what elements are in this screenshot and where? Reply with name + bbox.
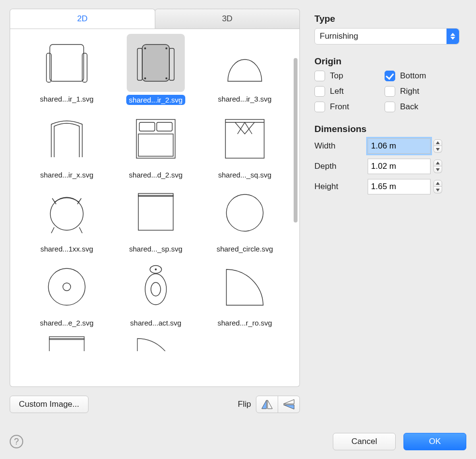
tab-content: shared...ir_1.svg shared...ir_2.svgshare… (10, 29, 300, 387)
dimension-height-row: Height (314, 179, 466, 194)
dimension-depth-input[interactable] (368, 159, 431, 174)
svg-point-6 (144, 47, 146, 49)
thumbnail (38, 258, 96, 316)
svg-marker-42 (436, 182, 440, 185)
origin-back-checkbox[interactable]: Back (385, 102, 445, 112)
svg-point-28 (151, 282, 161, 296)
gallery-item[interactable]: shared...ir_x.svg (27, 110, 107, 179)
thumbnail (216, 258, 274, 316)
gallery-item[interactable] (205, 332, 285, 351)
svg-marker-38 (436, 141, 440, 144)
checkbox-icon (314, 71, 325, 81)
dimension-width-label: Width (314, 141, 368, 151)
thumbnail (127, 110, 185, 168)
dimension-depth-label: Depth (314, 162, 368, 171)
flip-vertical-button[interactable] (278, 396, 300, 413)
type-value: Furnishing (315, 31, 446, 41)
gallery-item[interactable] (116, 332, 196, 351)
gallery-item[interactable]: shared..._sp.svg (116, 184, 196, 253)
thumbnail (216, 184, 274, 242)
gallery-item-caption: shared..._sp.svg (129, 245, 182, 253)
origin-section: Origin TopBottomLeftRightFrontBack (314, 56, 466, 112)
dimension-width-stepper[interactable] (433, 139, 442, 153)
svg-point-7 (165, 47, 167, 49)
svg-rect-2 (82, 53, 87, 82)
content-row: 2D 3D shared...ir_1.svg shared...ir_2.sv… (10, 9, 466, 424)
svg-line-20 (79, 227, 82, 233)
stepper-down-icon (433, 166, 442, 173)
gallery-item[interactable]: shared...1xx.svg (27, 184, 107, 253)
flip-horizontal-icon (261, 399, 273, 410)
origin-right-checkbox[interactable]: Right (385, 86, 445, 97)
ok-button[interactable]: OK (403, 433, 466, 450)
stepper-up-icon (433, 139, 442, 146)
tab-bar: 2D 3D (10, 9, 300, 29)
gallery-item-caption: shared..._sq.svg (218, 171, 271, 179)
svg-marker-36 (450, 33, 455, 36)
type-select[interactable]: Furnishing (314, 28, 460, 44)
dimensions-label: Dimensions (314, 124, 466, 134)
origin-back-label: Back (400, 102, 418, 112)
gallery-item[interactable]: shared..._sq.svg (205, 110, 285, 179)
gallery-item[interactable]: shared...ir_3.svg (205, 34, 285, 105)
help-button[interactable]: ? (10, 435, 23, 448)
gallery-item[interactable] (27, 332, 107, 351)
thumbnail (216, 34, 274, 92)
origin-left-checkbox[interactable]: Left (314, 86, 375, 97)
gallery-scroll[interactable]: shared...ir_1.svg shared...ir_2.svgshare… (10, 29, 299, 386)
checkbox-icon (385, 71, 395, 81)
gallery-item[interactable]: shared...e_2.svg (27, 258, 107, 327)
svg-rect-14 (225, 119, 264, 158)
bottom-bar: Custom Image... Flip (10, 396, 300, 413)
checkbox-icon (385, 102, 395, 112)
svg-point-8 (144, 77, 146, 79)
cancel-button[interactable]: Cancel (333, 433, 396, 450)
thumbnail (216, 110, 274, 168)
gallery-item[interactable]: shared...d_2.svg (116, 110, 196, 179)
dimension-depth-stepper[interactable] (433, 160, 442, 173)
tab-2d[interactable]: 2D (10, 9, 155, 29)
svg-point-9 (165, 77, 167, 79)
stepper-up-icon (433, 160, 442, 166)
flip-vertical-icon (283, 399, 295, 410)
right-column: Type Furnishing Origin TopBottomLeftRigh… (314, 9, 466, 424)
svg-point-24 (48, 268, 85, 305)
thumbnail (38, 184, 96, 242)
svg-rect-31 (49, 337, 84, 340)
gallery-item[interactable]: shared...act.svg (116, 258, 196, 327)
origin-top-checkbox[interactable]: Top (314, 71, 375, 81)
tab-3d[interactable]: 3D (155, 9, 300, 29)
gallery-item[interactable]: shared...r_ro.svg (205, 258, 285, 327)
ok-label: OK (429, 437, 441, 446)
dimension-height-input[interactable] (368, 179, 431, 194)
flip-horizontal-button[interactable] (256, 396, 278, 413)
origin-front-label: Front (330, 102, 349, 112)
gallery-item[interactable]: shared...ir_1.svg (27, 34, 107, 105)
thumbnail (127, 184, 185, 242)
dimensions-section: Dimensions Width Depth Height (314, 124, 466, 194)
custom-image-button[interactable]: Custom Image... (10, 396, 89, 413)
svg-marker-40 (436, 162, 440, 164)
scrollbar[interactable] (294, 58, 298, 222)
svg-point-25 (63, 283, 71, 291)
gallery-item-caption: shared_circle.svg (217, 245, 273, 253)
gallery-item[interactable]: shared...ir_2.svg (116, 34, 196, 105)
dimension-width-input[interactable] (368, 138, 431, 154)
origin-bottom-checkbox[interactable]: Bottom (385, 71, 445, 81)
stepper-down-icon (433, 187, 442, 193)
origin-left-label: Left (330, 87, 343, 96)
svg-marker-35 (283, 405, 294, 409)
dimension-height-stepper[interactable] (433, 180, 442, 193)
gallery-item[interactable]: shared_circle.svg (205, 184, 285, 253)
gallery-item-caption: shared...d_2.svg (129, 171, 183, 179)
svg-rect-5 (169, 48, 174, 80)
checkbox-icon (314, 86, 325, 97)
cancel-label: Cancel (352, 437, 377, 446)
svg-rect-0 (50, 44, 84, 81)
svg-marker-41 (436, 168, 440, 171)
origin-front-checkbox[interactable]: Front (314, 102, 375, 112)
svg-point-26 (145, 274, 166, 305)
help-icon: ? (14, 437, 19, 447)
thumbnail (38, 332, 96, 351)
dropdown-arrows-icon (446, 29, 459, 44)
